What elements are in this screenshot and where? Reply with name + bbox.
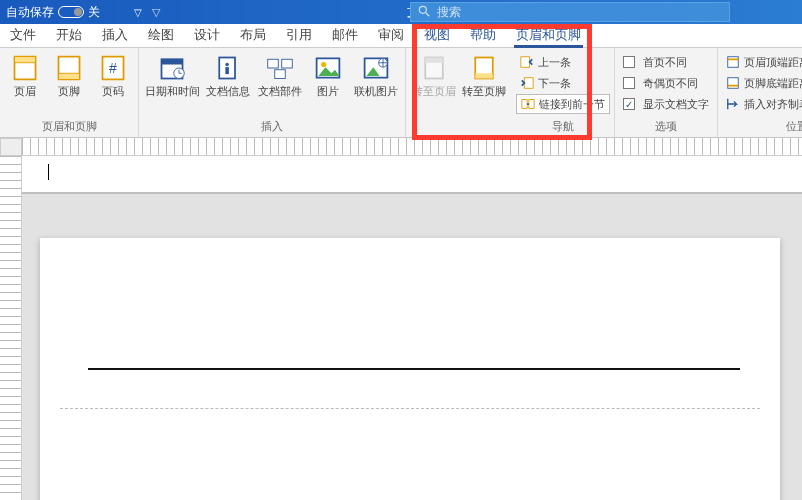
tab-header-footer[interactable]: 页眉和页脚 bbox=[506, 22, 591, 47]
svg-rect-31 bbox=[728, 57, 739, 68]
tab-design[interactable]: 设计 bbox=[184, 22, 230, 47]
svg-rect-15 bbox=[225, 67, 229, 74]
group-header-footer: 页眉 页脚 # 页码 页眉和页脚 bbox=[0, 48, 139, 137]
group-insert: 日期和时间 文档信息 文档部件 图片 联机图片 插入 bbox=[139, 48, 406, 137]
autosave-label: 自动保存 bbox=[6, 4, 54, 21]
header-button[interactable]: 页眉 bbox=[4, 50, 46, 99]
goto-header-button: 转至页眉 bbox=[410, 50, 458, 99]
doc-parts-button[interactable]: 文档部件 bbox=[255, 50, 305, 99]
group-label-insert: 插入 bbox=[143, 118, 401, 136]
footer-from-bottom[interactable]: 页脚底端距离: 1.75 厘 bbox=[722, 73, 802, 93]
diff-first-page-checkbox[interactable]: 首页不同 bbox=[619, 52, 713, 72]
search-placeholder: 搜索 bbox=[437, 4, 461, 21]
svg-rect-9 bbox=[162, 59, 183, 64]
tab-references[interactable]: 引用 bbox=[276, 22, 322, 47]
svg-rect-24 bbox=[425, 58, 443, 63]
tab-home[interactable]: 开始 bbox=[46, 22, 92, 47]
qat-dropdown-icon[interactable]: ▽ bbox=[134, 7, 142, 18]
picture-button[interactable]: 图片 bbox=[307, 50, 349, 99]
group-label-position: 位置 bbox=[722, 118, 802, 136]
group-position: 页眉顶端距离: 1.5 厘 页脚底端距离: 1.75 厘 插入对齐制表位 位置 bbox=[718, 48, 802, 137]
group-goto: 转至页眉 转至页脚 bbox=[406, 48, 512, 137]
quick-access-toolbar: ▽ ▽ bbox=[106, 5, 168, 19]
autosave-state: 关 bbox=[88, 4, 100, 21]
previous-section-button[interactable]: 上一条 bbox=[516, 52, 610, 72]
svg-rect-18 bbox=[275, 70, 286, 79]
svg-rect-3 bbox=[15, 57, 36, 63]
tab-help[interactable]: 帮助 bbox=[460, 22, 506, 47]
svg-point-0 bbox=[419, 6, 426, 13]
date-time-button[interactable]: 日期和时间 bbox=[143, 50, 201, 99]
link-to-previous-button[interactable]: 链接到前一节 bbox=[516, 94, 610, 114]
diff-odd-even-checkbox[interactable]: 奇偶页不同 bbox=[619, 73, 713, 93]
svg-point-20 bbox=[321, 62, 326, 67]
checkbox-checked-icon: ✓ bbox=[623, 98, 635, 110]
svg-rect-16 bbox=[268, 59, 279, 68]
svg-rect-5 bbox=[59, 73, 80, 79]
search-icon bbox=[417, 4, 431, 21]
doc-info-button[interactable]: 文档信息 bbox=[203, 50, 253, 99]
vertical-ruler[interactable] bbox=[0, 156, 22, 500]
svg-rect-27 bbox=[521, 57, 530, 68]
page-number-button[interactable]: # 页码 bbox=[92, 50, 134, 99]
header-boundary-dash bbox=[60, 408, 760, 409]
footer-button[interactable]: 页脚 bbox=[48, 50, 90, 99]
goto-footer-button[interactable]: 转至页脚 bbox=[460, 50, 508, 99]
text-cursor bbox=[48, 164, 49, 180]
group-label-nav: 导航 bbox=[516, 118, 610, 136]
ribbon-tabs: 文件 开始 插入 绘图 设计 布局 引用 邮件 审阅 视图 帮助 页眉和页脚 bbox=[0, 24, 802, 48]
ruler-corner bbox=[0, 138, 22, 156]
tab-insert[interactable]: 插入 bbox=[92, 22, 138, 47]
toggle-off-icon bbox=[58, 6, 84, 18]
next-section-button[interactable]: 下一条 bbox=[516, 73, 610, 93]
header-rule-line bbox=[88, 368, 740, 370]
svg-rect-26 bbox=[475, 73, 493, 78]
tab-mailings[interactable]: 邮件 bbox=[322, 22, 368, 47]
group-label-options: 选项 bbox=[619, 118, 713, 136]
tab-layout[interactable]: 布局 bbox=[230, 22, 276, 47]
online-picture-button[interactable]: 联机图片 bbox=[351, 50, 401, 99]
svg-point-14 bbox=[225, 63, 229, 67]
tab-review[interactable]: 审阅 bbox=[368, 22, 414, 47]
autosave-toggle[interactable]: 自动保存 关 bbox=[0, 4, 106, 21]
previous-page-bottom bbox=[22, 156, 802, 194]
title-bar: 自动保存 关 ▽ ▽ 文档1 - Word 搜索 bbox=[0, 0, 802, 24]
ribbon: 页眉 页脚 # 页码 页眉和页脚 日期和时间 文档信息 bbox=[0, 48, 802, 138]
svg-rect-30 bbox=[529, 100, 534, 109]
checkbox-icon bbox=[623, 56, 635, 68]
document-page[interactable] bbox=[40, 238, 780, 500]
search-box[interactable]: 搜索 bbox=[410, 2, 730, 22]
svg-rect-17 bbox=[282, 59, 293, 68]
horizontal-ruler[interactable] bbox=[22, 138, 802, 156]
svg-rect-33 bbox=[728, 78, 739, 89]
header-from-top[interactable]: 页眉顶端距离: 1.5 厘 bbox=[722, 52, 802, 72]
document-workspace bbox=[0, 156, 802, 500]
svg-line-1 bbox=[426, 12, 430, 16]
tab-file[interactable]: 文件 bbox=[0, 22, 46, 47]
group-label-hf: 页眉和页脚 bbox=[4, 118, 134, 136]
svg-rect-28 bbox=[524, 78, 533, 89]
insert-alignment-tab-button[interactable]: 插入对齐制表位 bbox=[722, 94, 802, 114]
group-navigation: 上一条 下一条 链接到前一节 导航 bbox=[512, 48, 615, 137]
svg-text:#: # bbox=[109, 60, 117, 76]
tab-view[interactable]: 视图 bbox=[414, 22, 460, 47]
svg-rect-29 bbox=[522, 100, 527, 109]
show-doc-text-checkbox[interactable]: ✓ 显示文档文字 bbox=[619, 94, 713, 114]
tab-draw[interactable]: 绘图 bbox=[138, 22, 184, 47]
group-options: 首页不同 奇偶页不同 ✓ 显示文档文字 选项 bbox=[615, 48, 718, 137]
checkbox-icon bbox=[623, 77, 635, 89]
